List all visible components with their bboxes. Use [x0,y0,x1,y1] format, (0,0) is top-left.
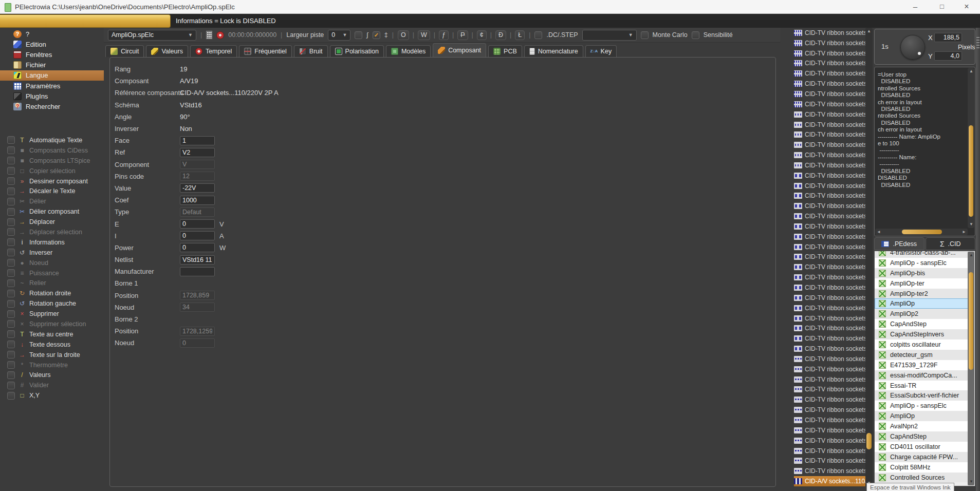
tool-checkbox[interactable] [7,208,15,216]
manufacturer-field[interactable] [180,267,215,276]
component-list-item[interactable]: CID-TV ribbon sockets [794,272,865,282]
component-list-item[interactable]: CID-TV ribbon sockets [794,242,865,252]
component-list-item[interactable]: CID-TV ribbon sockets [794,38,865,48]
component-list-item[interactable]: CID-TV ribbon sockets [794,303,865,313]
component-list-item[interactable]: CID-TV ribbon sockets [794,446,865,456]
file-row[interactable]: CapAndStep [875,319,968,329]
component-list-item[interactable]: CID-TV ribbon sockets [794,282,865,293]
e-field[interactable] [180,219,215,229]
tool-item-rotation-droite[interactable]: ↻Rotation droite [7,288,105,298]
file-row[interactable]: E471539_1729F [875,360,968,370]
largeur-piste-select[interactable]: 0 ▼ [328,30,350,41]
scrollbar-thumb[interactable] [969,272,973,370]
monte-carlo-checkbox[interactable] [641,31,649,39]
sidebar-item-fen-tres[interactable]: Fenêtres [0,49,104,60]
close-button[interactable]: × [955,0,978,13]
scrollbar-thumb[interactable] [902,230,942,234]
file-row[interactable]: CD4011 oscillator [875,442,968,452]
scrollbar-thumb[interactable] [866,433,872,449]
file-list-scrollbar[interactable]: ▲ ▼ [968,252,974,485]
scroll-up-icon[interactable]: ▲ [865,28,873,35]
tool-item-d-caler-le-texte[interactable]: →Décaler le Texte [7,186,105,196]
tool-checkbox[interactable] [7,351,15,358]
tab-valeurs[interactable]: Valeurs [146,45,188,57]
clock-icon[interactable] [216,31,224,39]
component-list-item[interactable]: CID-TV ribbon sockets [794,333,865,344]
component-list-item[interactable]: CID-TV ribbon sockets [794,323,865,333]
value-field[interactable] [180,183,215,193]
component-list-item[interactable]: CID-TV ribbon sockets [794,28,865,38]
tool-checkbox[interactable] [7,310,15,318]
component-list-item[interactable]: CID-TV ribbon sockets [794,59,865,69]
tool-checkbox[interactable] [7,290,15,297]
component-list-item[interactable]: CID-TV ribbon sockets [794,160,865,171]
tool-checkbox[interactable] [7,157,15,164]
file-row[interactable]: AmpliOp-ter [875,278,968,289]
tool-checkbox[interactable] [7,269,15,277]
sidebar-item-edition[interactable]: Edition [0,39,104,49]
tab-cid[interactable]: Σ.CID [926,237,976,250]
component-list-item[interactable]: CID-TV ribbon sockets [794,385,865,395]
x-coordinate-field[interactable] [934,33,962,42]
tool-checkbox[interactable] [7,249,15,256]
file-row[interactable]: AmpliOp - sanspElc [875,401,968,411]
sidebar-item-rechercher[interactable]: ?Rechercher [0,101,104,111]
tool-item-x-y[interactable]: □X,Y [7,390,105,401]
tool-item-texte-dessous[interactable]: ↓Texte dessous [7,339,105,350]
ref-field[interactable] [180,148,215,157]
file-row[interactable]: AmpliOp2 [875,309,968,319]
calculator-icon[interactable] [206,31,212,39]
sidebar-item-param-tres[interactable]: Paramètres [0,81,104,91]
tab-bruit[interactable]: Bruit [294,45,328,57]
tool-item-texte-au-centre[interactable]: TTexte au centre [7,329,105,339]
log-vertical-scrollbar[interactable]: ▲ ▼ [968,68,974,228]
scroll-down-icon[interactable]: ▼ [968,221,975,228]
netlist-field[interactable] [180,255,215,265]
component-list-item-selected[interactable]: CID-A/V sockets...110/ [794,476,865,486]
tool-item-d-placer[interactable]: →Déplacer [7,217,105,227]
tool-item-supprimer[interactable]: ×Supprimer [7,309,105,319]
component-list-item[interactable]: CID-TV ribbon sockets [794,221,865,232]
component-list-item[interactable]: CID-TV ribbon sockets [794,201,865,211]
sidebar-item-plugins[interactable]: PlugIns [0,91,104,101]
scroll-left-icon[interactable]: ◄ [875,229,882,236]
minimize-button[interactable]: – [903,0,927,13]
file-row[interactable]: colpitts oscillateur [875,339,968,350]
file-row[interactable]: EssaiSubckt-verif-fichier [875,390,968,401]
component-list-item[interactable]: CID-TV ribbon sockets [794,466,865,476]
scroll-up-icon[interactable]: ▲ [968,252,975,259]
component-list-item[interactable]: CID-TV ribbon sockets [794,171,865,181]
component-list-item[interactable]: CID-TV ribbon sockets [794,191,865,201]
component-list-item[interactable]: CID-TV ribbon sockets [794,232,865,242]
right-edge-splitter[interactable] [976,28,980,491]
scroll-down-icon[interactable]: ▼ [968,478,975,485]
component-list-item[interactable]: CID-TV ribbon sockets [794,405,865,415]
file-row[interactable]: AmpliOp-bis [875,268,968,278]
component-list-item[interactable]: CID-TV ribbon sockets [794,262,865,272]
splitter-grip-icon[interactable] [976,37,979,48]
component-list-item[interactable]: CID-TV ribbon sockets [794,436,865,446]
component-list-item[interactable]: CID-TV ribbon sockets [794,68,865,79]
tab-polarisation[interactable]: Polarisation [330,45,384,57]
tool-checkbox[interactable] [7,177,15,185]
file-row[interactable]: Charge capacité FPW... [875,452,968,462]
file-row[interactable]: 4-transistor-class-ab-... [875,251,968,258]
tool-checkbox[interactable] [7,330,15,338]
tab-temporel[interactable]: Temporel [190,45,237,57]
tool-checkbox[interactable] [7,187,15,195]
file-row[interactable]: Essai-TR [875,381,968,391]
unit-button-o[interactable]: O [398,30,409,40]
component-list-item[interactable]: CID-TV ribbon sockets [794,129,865,140]
tool-item-automatique-texte[interactable]: TAutomatique Texte [7,135,105,145]
unit-button-item[interactable]: ¢ [477,30,487,40]
file-row-selected[interactable]: AmpliOp [875,298,968,309]
tab-mod-les[interactable]: Modèles [386,45,431,57]
tool-checkbox[interactable] [7,146,15,154]
unit-button-item[interactable]: Đ [495,30,506,40]
dagger-checkbox[interactable]: ✓ [373,31,380,39]
unit-button-item[interactable]: ƒ [439,30,449,40]
tool-checkbox[interactable] [7,136,15,144]
file-row[interactable]: Controlled Sources [875,473,968,483]
tool-checkbox[interactable] [7,361,15,369]
sensibilite-checkbox[interactable] [692,31,699,39]
